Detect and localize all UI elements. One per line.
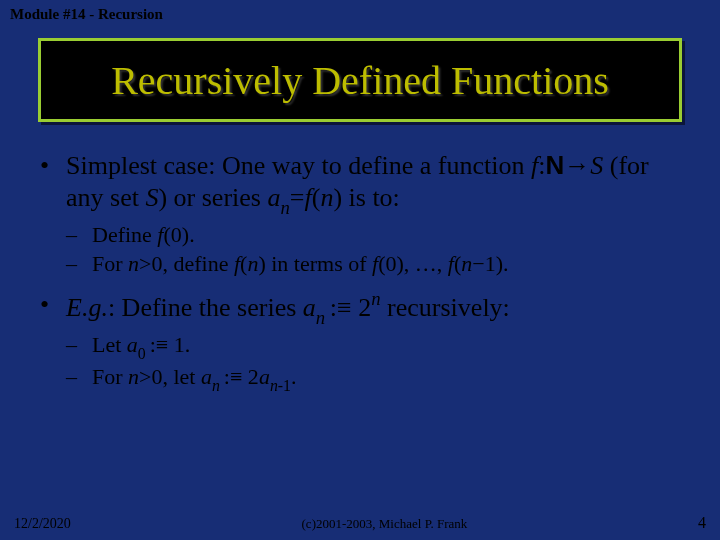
- bullet-2: E.g.: Define the series an :≡ 2n recursi…: [40, 289, 680, 393]
- sub-1a: Define f(0).: [66, 222, 680, 249]
- slide-body: Simplest case: One way to define a funct…: [40, 150, 680, 406]
- sub-2a: Let a0 :≡ 1.: [66, 332, 680, 362]
- footer: 12/2/2020 (c)2001-2003, Michael P. Frank…: [0, 514, 720, 532]
- bullet-1: Simplest case: One way to define a funct…: [40, 150, 680, 277]
- sub-1b: For n>0, define f(n) in terms of f(0), ……: [66, 251, 680, 278]
- footer-copyright: (c)2001-2003, Michael P. Frank: [302, 516, 468, 532]
- footer-date: 12/2/2020: [14, 516, 71, 532]
- title-frame: Recursively Defined Functions: [38, 38, 682, 122]
- page-number: 4: [698, 514, 706, 532]
- module-header: Module #14 - Recursion: [10, 6, 163, 23]
- slide-title: Recursively Defined Functions: [111, 57, 609, 104]
- sub-2b: For n>0, let an :≡ 2an-1.: [66, 364, 680, 394]
